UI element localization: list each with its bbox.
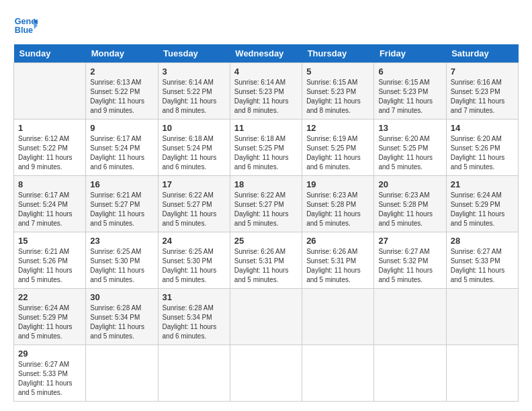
day-number: 10 [163,123,226,133]
calendar-cell [230,289,302,345]
header-thursday: Thursday [302,44,374,63]
day-number: 29 [18,349,81,359]
day-info: Sunrise: 6:24 AM Sunset: 5:29 PM Dayligh… [451,191,514,228]
day-number: 4 [234,66,298,77]
day-number: 22 [18,292,81,302]
calendar-cell: 21 Sunrise: 6:24 AM Sunset: 5:29 PM Dayl… [446,176,518,232]
day-info: Sunrise: 6:21 AM Sunset: 5:26 PM Dayligh… [18,247,81,285]
day-info: Sunrise: 6:28 AM Sunset: 5:34 PM Dayligh… [163,304,226,341]
day-info: Sunrise: 6:14 AM Sunset: 5:23 PM Dayligh… [234,78,298,116]
day-number: 19 [306,179,369,189]
day-number: 26 [306,236,369,246]
svg-text:Blue: Blue [15,26,33,35]
calendar-cell: 19 Sunrise: 6:23 AM Sunset: 5:28 PM Dayl… [302,176,374,232]
calendar-cell: 31 Sunrise: 6:28 AM Sunset: 5:34 PM Dayl… [158,289,230,345]
calendar-cell [158,345,230,402]
day-number: 30 [90,292,153,302]
calendar-cell: 5 Sunrise: 6:15 AM Sunset: 5:23 PM Dayli… [302,63,374,120]
calendar-cell: 12 Sunrise: 6:19 AM Sunset: 5:25 PM Dayl… [302,120,374,176]
day-number: 27 [378,236,441,246]
day-info: Sunrise: 6:17 AM Sunset: 5:24 PM Dayligh… [90,134,153,172]
day-info: Sunrise: 6:26 AM Sunset: 5:31 PM Dayligh… [234,247,298,285]
day-info: Sunrise: 6:27 AM Sunset: 5:32 PM Dayligh… [378,247,441,285]
day-info: Sunrise: 6:20 AM Sunset: 5:26 PM Dayligh… [451,134,514,172]
calendar-cell: 29 Sunrise: 6:27 AM Sunset: 5:33 PM Dayl… [14,345,86,402]
day-number: 18 [234,179,298,189]
header-wednesday: Wednesday [230,44,302,63]
day-info: Sunrise: 6:24 AM Sunset: 5:29 PM Dayligh… [18,304,81,341]
calendar-cell [230,345,302,402]
day-number: 6 [378,66,441,77]
day-info: Sunrise: 6:18 AM Sunset: 5:25 PM Dayligh… [234,134,298,172]
day-number: 25 [234,236,298,246]
day-number: 7 [451,66,514,77]
day-number: 2 [90,66,153,77]
day-info: Sunrise: 6:23 AM Sunset: 5:28 PM Dayligh… [306,191,369,228]
day-info: Sunrise: 6:13 AM Sunset: 5:22 PM Dayligh… [90,78,153,116]
calendar-cell [302,345,374,402]
day-number: 8 [18,179,81,189]
calendar-cell [446,289,518,345]
day-number: 21 [451,179,514,189]
day-number: 3 [163,66,226,77]
day-info: Sunrise: 6:18 AM Sunset: 5:24 PM Dayligh… [163,134,226,172]
calendar-cell [14,63,86,120]
calendar-cell: 9 Sunrise: 6:17 AM Sunset: 5:24 PM Dayli… [86,120,158,176]
day-info: Sunrise: 6:14 AM Sunset: 5:22 PM Dayligh… [163,78,226,116]
day-info: Sunrise: 6:22 AM Sunset: 5:27 PM Dayligh… [234,191,298,228]
header-saturday: Saturday [446,44,518,63]
calendar-cell: 13 Sunrise: 6:20 AM Sunset: 5:25 PM Dayl… [374,120,446,176]
calendar-week-row: 8 Sunrise: 6:17 AM Sunset: 5:24 PM Dayli… [14,176,519,232]
day-info: Sunrise: 6:25 AM Sunset: 5:30 PM Dayligh… [90,247,153,285]
day-number: 15 [18,236,81,246]
calendar-cell [302,289,374,345]
calendar-cell: 10 Sunrise: 6:18 AM Sunset: 5:24 PM Dayl… [158,120,230,176]
calendar-cell: 20 Sunrise: 6:23 AM Sunset: 5:28 PM Dayl… [374,176,446,232]
day-info: Sunrise: 6:23 AM Sunset: 5:28 PM Dayligh… [378,191,441,228]
calendar-cell: 30 Sunrise: 6:28 AM Sunset: 5:34 PM Dayl… [86,289,158,345]
calendar-cell: 28 Sunrise: 6:27 AM Sunset: 5:33 PM Dayl… [446,232,518,289]
calendar-cell: 8 Sunrise: 6:17 AM Sunset: 5:24 PM Dayli… [14,176,86,232]
day-info: Sunrise: 6:26 AM Sunset: 5:31 PM Dayligh… [306,247,369,285]
day-info: Sunrise: 6:20 AM Sunset: 5:25 PM Dayligh… [378,134,441,172]
header-monday: Monday [86,44,158,63]
day-info: Sunrise: 6:17 AM Sunset: 5:24 PM Dayligh… [18,191,81,228]
day-number: 9 [90,123,153,133]
calendar-week-row: 22 Sunrise: 6:24 AM Sunset: 5:29 PM Dayl… [14,289,519,345]
day-info: Sunrise: 6:27 AM Sunset: 5:33 PM Dayligh… [451,247,514,285]
logo: General Blue [13,13,40,38]
day-number: 17 [163,179,226,189]
calendar-cell: 14 Sunrise: 6:20 AM Sunset: 5:26 PM Dayl… [446,120,518,176]
calendar-header-row: SundayMondayTuesdayWednesdayThursdayFrid… [14,44,519,63]
calendar-cell: 3 Sunrise: 6:14 AM Sunset: 5:22 PM Dayli… [158,63,230,120]
calendar-cell [446,345,518,402]
calendar-cell: 18 Sunrise: 6:22 AM Sunset: 5:27 PM Dayl… [230,176,302,232]
day-number: 28 [451,236,514,246]
calendar-cell: 22 Sunrise: 6:24 AM Sunset: 5:29 PM Dayl… [14,289,86,345]
calendar-cell: 7 Sunrise: 6:16 AM Sunset: 5:23 PM Dayli… [446,63,518,120]
day-number: 12 [306,123,369,133]
calendar-cell: 1 Sunrise: 6:12 AM Sunset: 5:22 PM Dayli… [14,120,86,176]
day-info: Sunrise: 6:12 AM Sunset: 5:22 PM Dayligh… [18,134,81,172]
calendar-cell: 6 Sunrise: 6:15 AM Sunset: 5:23 PM Dayli… [374,63,446,120]
calendar-cell: 2 Sunrise: 6:13 AM Sunset: 5:22 PM Dayli… [86,63,158,120]
day-info: Sunrise: 6:16 AM Sunset: 5:23 PM Dayligh… [451,78,514,116]
day-number: 5 [306,66,369,77]
calendar-cell: 27 Sunrise: 6:27 AM Sunset: 5:32 PM Dayl… [374,232,446,289]
page-header: General Blue [13,13,519,38]
calendar-cell: 16 Sunrise: 6:21 AM Sunset: 5:27 PM Dayl… [86,176,158,232]
calendar-week-row: 29 Sunrise: 6:27 AM Sunset: 5:33 PM Dayl… [14,345,519,402]
day-number: 24 [163,236,226,246]
day-info: Sunrise: 6:19 AM Sunset: 5:25 PM Dayligh… [306,134,369,172]
calendar-cell: 26 Sunrise: 6:26 AM Sunset: 5:31 PM Dayl… [302,232,374,289]
calendar-week-row: 2 Sunrise: 6:13 AM Sunset: 5:22 PM Dayli… [14,63,519,120]
day-number: 31 [163,292,226,302]
day-info: Sunrise: 6:15 AM Sunset: 5:23 PM Dayligh… [306,78,369,116]
calendar-cell [374,289,446,345]
day-info: Sunrise: 6:25 AM Sunset: 5:30 PM Dayligh… [163,247,226,285]
calendar-cell: 25 Sunrise: 6:26 AM Sunset: 5:31 PM Dayl… [230,232,302,289]
header-sunday: Sunday [14,44,86,63]
day-info: Sunrise: 6:22 AM Sunset: 5:27 PM Dayligh… [163,191,226,228]
day-number: 20 [378,179,441,189]
calendar-table: SundayMondayTuesdayWednesdayThursdayFrid… [13,44,519,402]
